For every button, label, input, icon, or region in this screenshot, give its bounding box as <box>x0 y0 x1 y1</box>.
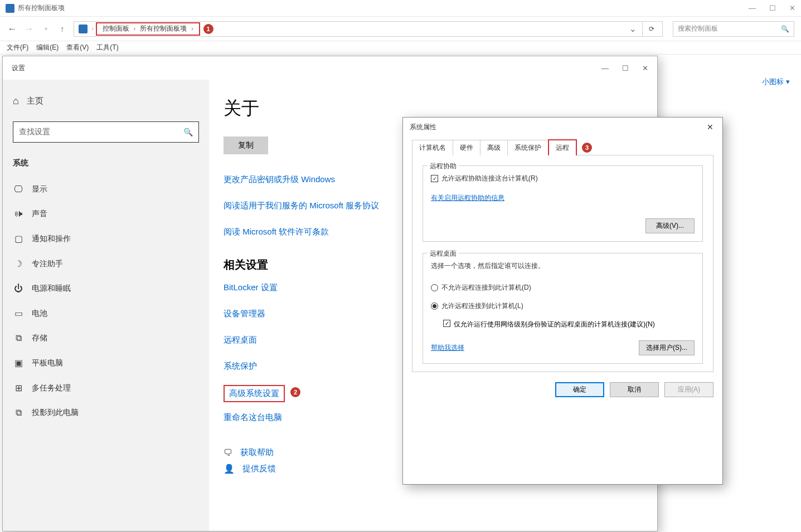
project-icon: ⧉ <box>13 408 24 418</box>
minimize-icon[interactable]: — <box>749 4 756 12</box>
breadcrumb-current[interactable]: 所有控制面板项 <box>138 24 189 33</box>
help-icon: 🗨 <box>224 448 232 458</box>
search-placeholder: 搜索控制面板 <box>678 24 781 33</box>
address-bar[interactable]: › 控制面板 › 所有控制面板项 › 1 ⌄ ⟳ <box>74 21 663 37</box>
sidebar-item-display[interactable]: 🖵显示 <box>3 177 209 202</box>
remote-assistance-group: 远程协助 ✓ 允许远程协助连接这台计算机(R) 有关启用远程协助的信息 高级(V… <box>423 165 703 242</box>
battery-icon: ▭ <box>13 308 24 319</box>
search-settings-input[interactable]: 查找设置 🔍 <box>13 121 199 143</box>
maximize-icon[interactable]: ☐ <box>622 64 629 72</box>
chevron-right-icon[interactable]: › <box>189 26 195 32</box>
sidebar-item-sound[interactable]: 🕪声音 <box>3 202 209 226</box>
control-panel-icon <box>79 25 88 33</box>
copy-button[interactable]: 复制 <box>224 136 268 154</box>
sidebar-item-power[interactable]: ⏻电源和睡眠 <box>3 276 209 301</box>
dialog-title: 系统属性 <box>410 123 436 132</box>
select-users-button[interactable]: 选择用户(S)... <box>639 340 695 355</box>
notifications-icon: ▢ <box>13 233 24 244</box>
remote-desktop-group: 远程桌面 选择一个选项，然后指定谁可以连接。 不允许远程连接到此计算机(D) 允… <box>423 253 703 364</box>
apply-button[interactable]: 应用(A) <box>664 382 713 397</box>
tablet-icon: ▣ <box>13 358 24 368</box>
feedback-icon: 👤 <box>224 463 235 474</box>
sound-icon: 🕪 <box>13 209 24 219</box>
refresh-button[interactable]: ⟳ <box>642 21 660 37</box>
sidebar-item-storage[interactable]: ⧉存储 <box>3 326 209 350</box>
ok-button[interactable]: 确定 <box>555 382 604 397</box>
back-button[interactable]: ← <box>7 23 18 35</box>
highlight-advanced-system-settings: 高级系统设置 <box>224 385 285 402</box>
power-icon: ⏻ <box>13 284 24 294</box>
menu-tools[interactable]: 工具(T) <box>96 43 118 52</box>
tab-remote[interactable]: 远程 <box>548 139 577 155</box>
settings-sidebar: ⌂ 主页 查找设置 🔍 系统 🖵显示 🕪声音 ▢通知和操作 ☽专注助手 ⏻电源和… <box>3 80 209 531</box>
radio-deny-remote[interactable]: 不允许远程连接到此计算机(D) <box>431 283 695 292</box>
up-button[interactable]: ↑ <box>60 24 65 33</box>
maximize-icon[interactable]: ☐ <box>769 4 776 12</box>
checkbox-checked-icon: ✓ <box>431 175 438 182</box>
home-icon: ⌂ <box>13 95 19 107</box>
window-title: 所有控制面板项 <box>18 3 749 13</box>
menu-view[interactable]: 查看(V) <box>66 43 89 52</box>
sidebar-item-focus-assist[interactable]: ☽专注助手 <box>3 251 209 276</box>
annotation-marker-1: 1 <box>203 24 213 34</box>
close-icon[interactable]: ✕ <box>642 64 648 72</box>
radio-checked-icon <box>431 302 438 310</box>
breadcrumb-root[interactable]: 控制面板 <box>100 24 132 33</box>
search-control-panel[interactable]: 搜索控制面板 🔍 <box>673 21 794 37</box>
tab-computer-name[interactable]: 计算机名 <box>412 140 453 155</box>
checkbox-nla-only[interactable]: ✓ 仅允许运行使用网络级别身份验证的远程桌面的计算机连接(建议)(N) <box>431 320 695 329</box>
allow-remote-assistance-checkbox[interactable]: ✓ 允许远程协助连接这台计算机(R) <box>431 174 695 183</box>
sidebar-home[interactable]: ⌂ 主页 <box>3 90 209 113</box>
search-icon[interactable]: 🔍 <box>781 25 789 33</box>
help-me-choose-link[interactable]: 帮助我选择 <box>431 343 464 353</box>
sidebar-item-multitask[interactable]: ⊞多任务处理 <box>3 375 209 401</box>
remote-desktop-description: 选择一个选项，然后指定谁可以连接。 <box>431 261 695 271</box>
sidebar-item-tablet[interactable]: ▣平板电脑 <box>3 350 209 375</box>
sidebar-item-battery[interactable]: ▭电池 <box>3 301 209 326</box>
sidebar-item-notifications[interactable]: ▢通知和操作 <box>3 226 209 251</box>
home-label: 主页 <box>27 96 43 106</box>
sidebar-item-project[interactable]: ⧉投影到此电脑 <box>3 401 209 425</box>
close-icon[interactable]: ✕ <box>705 120 716 134</box>
tab-strip: 计算机名 硬件 高级 系统保护 远程 3 <box>412 140 713 155</box>
tab-system-protection[interactable]: 系统保护 <box>507 140 548 155</box>
address-dropdown[interactable]: ⌄ <box>624 24 642 34</box>
remote-desktop-legend: 远程桌面 <box>428 249 459 258</box>
minimize-icon[interactable]: — <box>601 64 609 72</box>
chevron-right-icon[interactable]: › <box>90 26 96 32</box>
display-icon: 🖵 <box>13 184 24 194</box>
settings-window-title: 设置 <box>12 64 25 73</box>
checkbox-checked-icon: ✓ <box>443 320 450 327</box>
remote-assistance-advanced-button[interactable]: 高级(V)... <box>645 218 695 233</box>
radio-allow-remote[interactable]: 允许远程连接到此计算机(L) <box>431 301 695 311</box>
remote-assistance-info-link[interactable]: 有关启用远程协助的信息 <box>431 194 504 202</box>
remote-assistance-legend: 远程协助 <box>428 162 459 171</box>
control-panel-icon <box>6 4 14 13</box>
moon-icon: ☽ <box>13 258 24 269</box>
chevron-right-icon[interactable]: › <box>132 26 138 32</box>
forward-button[interactable]: → <box>23 23 35 35</box>
close-icon[interactable]: ✕ <box>789 4 795 12</box>
search-placeholder: 查找设置 <box>19 127 183 137</box>
tab-hardware[interactable]: 硬件 <box>453 140 480 155</box>
system-properties-dialog: 系统属性 ✕ 计算机名 硬件 高级 系统保护 远程 3 远程协助 ✓ 允许远程协… <box>402 117 723 485</box>
cancel-button[interactable]: 取消 <box>610 382 659 397</box>
multitask-icon: ⊞ <box>13 383 24 393</box>
radio-unchecked-icon <box>431 284 438 291</box>
tab-advanced[interactable]: 高级 <box>480 140 508 155</box>
menu-edit[interactable]: 编辑(E) <box>36 43 59 52</box>
search-icon: 🔍 <box>183 128 193 136</box>
view-by-dropdown[interactable]: 小图标 ▾ <box>762 77 790 87</box>
link-advanced-system-settings[interactable]: 高级系统设置 <box>229 388 279 399</box>
menu-file[interactable]: 文件(F) <box>7 43 28 52</box>
annotation-marker-3: 3 <box>582 143 592 153</box>
annotation-marker-2: 2 <box>290 387 300 397</box>
history-dropdown[interactable]: ▾ <box>40 26 51 32</box>
storage-icon: ⧉ <box>13 333 24 343</box>
sidebar-category: 系统 <box>3 154 209 177</box>
